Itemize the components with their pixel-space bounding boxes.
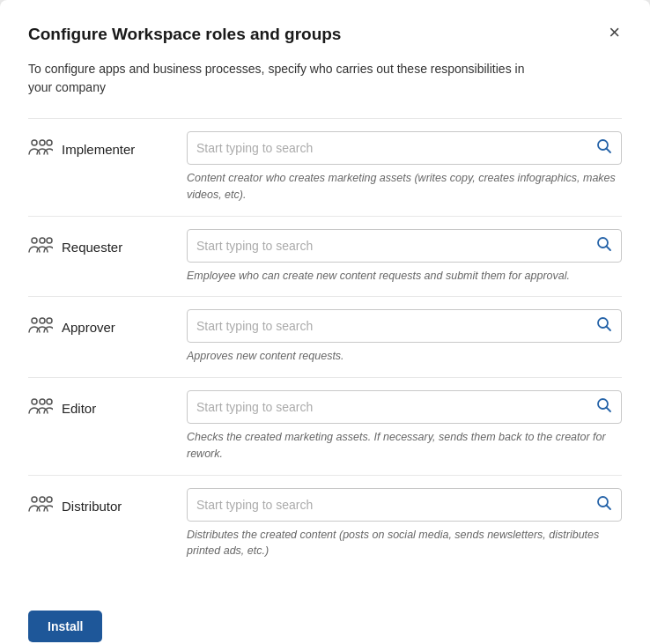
install-button[interactable]: Install <box>28 611 102 642</box>
close-button[interactable]: × <box>607 23 622 42</box>
role-description-approver: Approves new content requests. <box>187 348 622 365</box>
dialog-footer: Install <box>28 596 622 642</box>
svg-point-5 <box>32 238 37 243</box>
role-right-implementer: Content creator who creates marketing as… <box>187 131 622 204</box>
role-description-editor: Checks the created marketing assets. If … <box>187 429 622 463</box>
dialog-title: Configure Workspace roles and groups <box>28 25 341 44</box>
svg-point-2 <box>47 140 52 145</box>
svg-point-7 <box>47 238 52 243</box>
people-icon-editor <box>28 397 53 419</box>
svg-point-12 <box>47 318 52 323</box>
svg-point-6 <box>40 238 45 243</box>
role-label-approver: Approver <box>28 309 187 338</box>
search-wrapper-approver <box>187 309 622 343</box>
role-name-approver: Approver <box>62 320 115 335</box>
people-icon-requester <box>28 236 53 258</box>
role-label-requester: Requester <box>28 229 187 258</box>
role-label-editor: Editor <box>28 390 187 419</box>
svg-point-17 <box>47 399 52 404</box>
search-wrapper-editor <box>187 390 622 424</box>
role-row-requester: Requester Employee who can create new co… <box>28 216 622 297</box>
svg-line-9 <box>607 246 611 250</box>
role-description-requester: Employee who can create new content requ… <box>187 268 622 285</box>
role-label-implementer: Implementer <box>28 131 187 160</box>
svg-line-19 <box>607 408 611 412</box>
search-input-requester[interactable] <box>196 239 591 253</box>
role-description-implementer: Content creator who creates marketing as… <box>187 170 622 204</box>
svg-point-1 <box>40 140 45 145</box>
svg-point-20 <box>32 497 37 502</box>
role-name-distributor: Distributor <box>62 499 122 514</box>
role-right-requester: Employee who can create new content requ… <box>187 229 622 285</box>
search-icon-implementer <box>596 138 612 158</box>
search-icon-approver <box>596 316 612 336</box>
search-input-approver[interactable] <box>196 319 591 333</box>
search-wrapper-distributor <box>187 488 622 522</box>
svg-point-16 <box>40 399 45 404</box>
search-icon-distributor <box>596 495 612 514</box>
role-name-requester: Requester <box>62 240 122 255</box>
role-description-distributor: Distributes the created content (posts o… <box>187 527 622 560</box>
roles-list: Implementer Content creator who creates … <box>28 118 622 572</box>
people-icon-approver <box>28 316 53 338</box>
role-name-implementer: Implementer <box>62 142 135 157</box>
svg-point-11 <box>40 318 45 323</box>
search-input-distributor[interactable] <box>196 498 591 512</box>
configure-workspace-dialog: Configure Workspace roles and groups × T… <box>0 0 650 644</box>
role-label-distributor: Distributor <box>28 488 187 517</box>
search-input-editor[interactable] <box>196 400 591 414</box>
search-input-implementer[interactable] <box>196 141 591 155</box>
search-wrapper-implementer <box>187 131 622 165</box>
svg-line-14 <box>607 327 611 331</box>
role-right-approver: Approves new content requests. <box>187 309 622 365</box>
svg-point-0 <box>32 140 37 145</box>
role-row-implementer: Implementer Content creator who creates … <box>28 118 622 216</box>
dialog-description: To configure apps and business processes… <box>28 60 539 97</box>
people-icon-distributor <box>28 495 53 517</box>
role-name-editor: Editor <box>62 401 96 416</box>
svg-line-4 <box>607 149 611 153</box>
dialog-header: Configure Workspace roles and groups × <box>28 25 622 44</box>
svg-point-22 <box>47 497 52 502</box>
svg-line-24 <box>607 505 611 509</box>
people-icon-implementer <box>28 138 53 160</box>
search-icon-editor <box>596 397 612 417</box>
role-row-editor: Editor Checks the created marketing asse… <box>28 377 622 475</box>
svg-point-15 <box>32 399 37 404</box>
search-wrapper-requester <box>187 229 622 263</box>
svg-point-21 <box>40 497 45 502</box>
role-row-approver: Approver Approves new content requests. <box>28 296 622 377</box>
role-row-distributor: Distributor Distributes the created cont… <box>28 475 622 573</box>
role-right-distributor: Distributes the created content (posts o… <box>187 488 622 560</box>
role-right-editor: Checks the created marketing assets. If … <box>187 390 622 463</box>
search-icon-requester <box>596 236 612 255</box>
svg-point-10 <box>32 318 37 323</box>
